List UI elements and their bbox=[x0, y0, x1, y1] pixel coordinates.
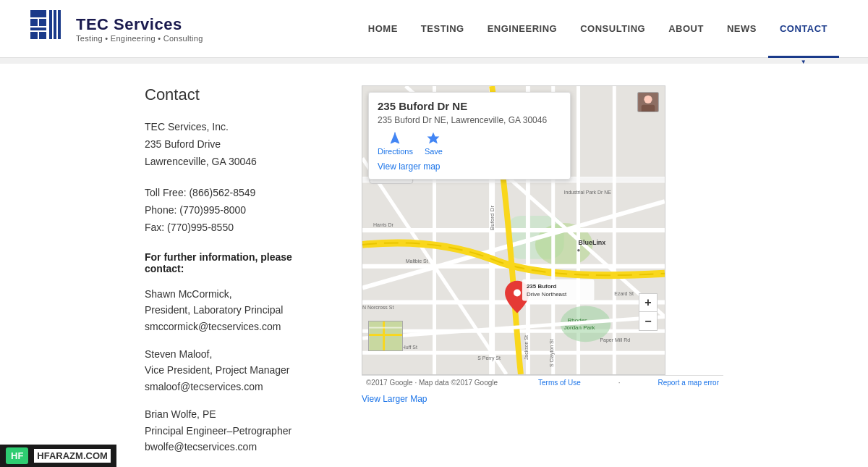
nav-item-consulting[interactable]: CONSULTING bbox=[569, 0, 657, 58]
svg-text:Jackson St: Jackson St bbox=[524, 335, 529, 360]
view-larger-map-link[interactable]: View larger map bbox=[378, 161, 561, 172]
contact-email-2[interactable]: bwolfe@tecservices.com bbox=[145, 439, 333, 455]
svg-text:Ezard St: Ezard St bbox=[614, 291, 634, 296]
fax: Fax: (770)995-8550 bbox=[145, 219, 333, 237]
contact-heading: For further information, please contact: bbox=[145, 251, 333, 274]
directions-button[interactable]: Directions bbox=[378, 131, 413, 156]
svg-rect-67 bbox=[369, 327, 402, 329]
map-container: Hurricane Shoals Rd NW Harris Dr Maltbie… bbox=[362, 85, 665, 375]
contact-info-column: Contact TEC Services, Inc. 235 Buford Dr… bbox=[145, 85, 333, 467]
map-column: Hurricane Shoals Rd NW Harris Dr Maltbie… bbox=[362, 85, 723, 467]
hf-text: HFARAZM.COM bbox=[34, 449, 111, 463]
logo-title: TEC Services bbox=[76, 15, 203, 34]
save-star-icon bbox=[426, 131, 441, 146]
nav-item-news[interactable]: NEWS bbox=[715, 0, 768, 58]
contact-name-0: Shawn McCormick, bbox=[145, 286, 333, 302]
address-line1: 235 Buford Drive bbox=[145, 136, 333, 153]
nav-item-testing[interactable]: TESTING bbox=[409, 0, 476, 58]
map-person-thumbnail bbox=[637, 92, 659, 112]
map-zoom-controls: + − bbox=[639, 293, 658, 331]
svg-marker-63 bbox=[427, 132, 440, 144]
contact-title-0: President, Laboratory Principal bbox=[145, 302, 333, 318]
contact-name-1: Steven Maloof, bbox=[145, 346, 333, 362]
nav-item-about[interactable]: ABOUT bbox=[657, 0, 715, 58]
svg-text:●: ● bbox=[577, 247, 581, 253]
save-label: Save bbox=[425, 147, 443, 156]
logo-icon bbox=[29, 9, 69, 49]
contact-name-2: Brian Wolfe, PE bbox=[145, 406, 333, 422]
svg-point-53 bbox=[514, 290, 521, 297]
toll-free: Toll Free: (866)562-8549 bbox=[145, 185, 333, 202]
phone-block: Toll Free: (866)562-8549 Phone: (770)995… bbox=[145, 185, 333, 236]
map-info-title: 235 Buford Dr NE bbox=[378, 100, 561, 112]
nav-item-contact[interactable]: CONTACT bbox=[768, 0, 839, 58]
bottom-watermark: HF HFARAZM.COM bbox=[0, 445, 116, 467]
svg-text:S Perry St: S Perry St bbox=[477, 355, 501, 361]
map-terms-link[interactable]: Terms of Use bbox=[538, 379, 581, 387]
svg-rect-0 bbox=[30, 10, 46, 17]
svg-text:Jordan Park: Jordan Park bbox=[564, 324, 595, 331]
svg-text:BlueLinx: BlueLinx bbox=[579, 239, 606, 246]
zoom-out-button[interactable]: − bbox=[639, 312, 658, 331]
nav-item-engineering[interactable]: ENGINEERING bbox=[476, 0, 569, 58]
phone: Phone: (770)995-8000 bbox=[145, 202, 333, 219]
address-block: TEC Services, Inc. 235 Buford Drive Lawr… bbox=[145, 119, 333, 170]
save-button[interactable]: Save bbox=[425, 131, 443, 156]
svg-text:S Clayton St: S Clayton St bbox=[549, 339, 555, 367]
svg-rect-5 bbox=[39, 32, 46, 39]
directions-icon bbox=[388, 131, 402, 146]
contact-email-1[interactable]: smaloof@tecservices.com bbox=[145, 379, 333, 395]
view-larger-map-bottom-link[interactable]: View Larger Map bbox=[362, 394, 723, 404]
svg-text:Drive Northeast: Drive Northeast bbox=[527, 291, 567, 298]
main-nav: HOME TESTING ENGINEERING CONSULTING ABOU… bbox=[357, 0, 839, 58]
contact-person-1: Steven Maloof, Vice President, Project M… bbox=[145, 346, 333, 395]
svg-rect-70 bbox=[642, 105, 655, 112]
map-report-link[interactable]: Report a map error bbox=[658, 379, 719, 387]
map-thumbnail-svg bbox=[369, 321, 402, 350]
svg-text:Harris Dr: Harris Dr bbox=[373, 222, 393, 227]
svg-rect-66 bbox=[383, 321, 385, 350]
svg-rect-65 bbox=[369, 334, 402, 336]
svg-rect-2 bbox=[39, 19, 46, 26]
svg-point-69 bbox=[644, 96, 652, 104]
contact-title-2: Principal Engineer–Petrographer bbox=[145, 423, 333, 439]
hf-badge: HF bbox=[6, 447, 28, 464]
svg-text:N Norcross St: N Norcross St bbox=[362, 305, 393, 310]
svg-text:Huff St: Huff St bbox=[402, 345, 417, 350]
map-caption-bar: ©2017 Google · Map data ©2017 Google Ter… bbox=[362, 375, 723, 390]
map-info-address: 235 Buford Dr NE, Lawrenceville, GA 3004… bbox=[378, 115, 561, 125]
main-content: Contact TEC Services, Inc. 235 Buford Dr… bbox=[0, 64, 868, 467]
company-name: TEC Services, Inc. bbox=[145, 119, 333, 136]
svg-rect-3 bbox=[30, 28, 46, 30]
svg-rect-4 bbox=[30, 32, 38, 39]
svg-rect-6 bbox=[49, 10, 52, 39]
map-caption-sep: · bbox=[618, 379, 621, 387]
contact-person-2: Brian Wolfe, PE Principal Engineer–Petro… bbox=[145, 406, 333, 455]
contact-person-0: Shawn McCormick, President, Laboratory P… bbox=[145, 286, 333, 335]
directions-label: Directions bbox=[378, 147, 413, 156]
svg-rect-8 bbox=[58, 10, 61, 39]
page-title: Contact bbox=[145, 85, 333, 104]
nav-item-home[interactable]: HOME bbox=[357, 0, 409, 58]
map-caption-google: ©2017 Google · Map data ©2017 Google bbox=[366, 379, 498, 387]
svg-text:Paper Mill Rd: Paper Mill Rd bbox=[600, 337, 630, 343]
sub-header-bar bbox=[0, 58, 868, 64]
svg-text:235 Buford: 235 Buford bbox=[527, 283, 557, 290]
logo[interactable]: TEC Services Testing • Engineering • Con… bbox=[29, 9, 203, 49]
contact-email-0[interactable]: smccormick@tecservices.com bbox=[145, 319, 333, 335]
svg-text:Maltbie St: Maltbie St bbox=[406, 258, 428, 264]
svg-rect-1 bbox=[30, 19, 38, 26]
map-info-box: 235 Buford Dr NE 235 Buford Dr NE, Lawre… bbox=[368, 92, 571, 180]
contact-title-1: Vice President, Project Manager bbox=[145, 362, 333, 378]
person-thumbnail-svg bbox=[638, 93, 658, 112]
address-line2: Lawrenceville, GA 30046 bbox=[145, 153, 333, 171]
map-info-actions: Directions Save bbox=[378, 131, 561, 156]
zoom-in-button[interactable]: + bbox=[639, 293, 658, 312]
view-larger-map-label: View larger map bbox=[378, 161, 440, 172]
logo-subtitle: Testing • Engineering • Consulting bbox=[76, 34, 203, 43]
svg-text:Industrial Park Dr NE: Industrial Park Dr NE bbox=[564, 190, 612, 195]
header: TEC Services Testing • Engineering • Con… bbox=[0, 0, 868, 58]
map-thumbnail bbox=[368, 321, 403, 351]
map-wrapper: Hurricane Shoals Rd NW Harris Dr Maltbie… bbox=[362, 85, 723, 404]
svg-rect-7 bbox=[54, 10, 56, 39]
